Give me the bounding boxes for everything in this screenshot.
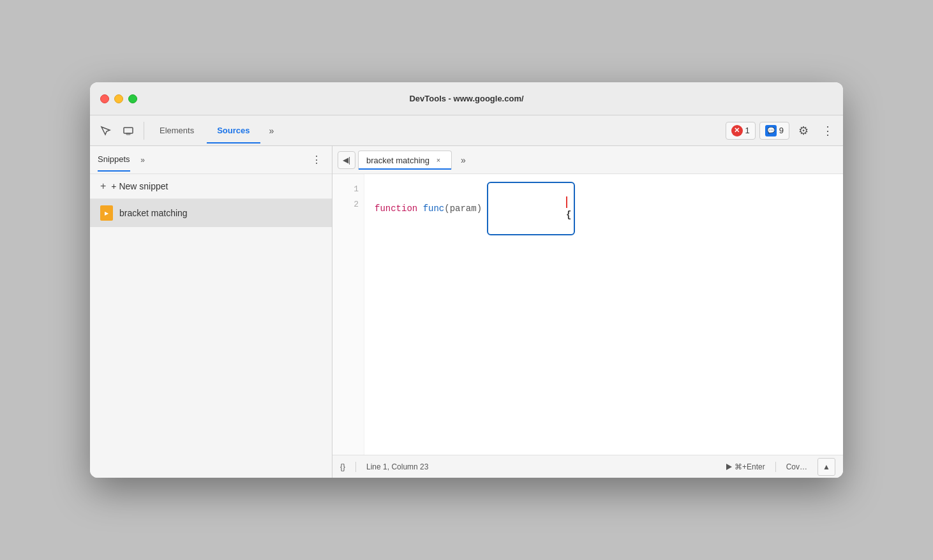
- svg-rect-0: [124, 128, 133, 133]
- editor-toggle-button[interactable]: ◀|: [338, 151, 355, 169]
- editor-tab-label: bracket matching: [366, 156, 429, 165]
- minimize-button[interactable]: [114, 94, 123, 103]
- bracket-highlight: {: [487, 182, 575, 235]
- sidebar-header: Snippets » ⋮: [90, 146, 332, 174]
- format-button[interactable]: {}: [340, 462, 345, 471]
- text-cursor: [566, 196, 567, 208]
- tab-sources[interactable]: Sources: [207, 122, 260, 139]
- device-toggle-button[interactable]: [118, 121, 138, 141]
- status-bar: {} Line 1, Column 23 ⌘+Enter Cov… ▲: [332, 455, 843, 478]
- snippet-item-bracket-matching[interactable]: bracket matching: [90, 199, 332, 227]
- line-numbers: 1 2: [332, 174, 364, 455]
- devtools-window: DevTools - www.google.com/ Elements Sour…: [90, 82, 843, 478]
- settings-button[interactable]: ⚙: [793, 121, 814, 141]
- more-tabs-button[interactable]: »: [263, 122, 281, 140]
- window-title: DevTools - www.google.com/: [409, 94, 523, 103]
- close-button[interactable]: [100, 94, 109, 103]
- error-icon: ✕: [731, 125, 743, 136]
- sidebar: Snippets » ⋮ + + New snippet bracket mat…: [90, 146, 332, 478]
- new-snippet-label: + New snippet: [111, 181, 168, 191]
- status-divider-1: [355, 462, 356, 472]
- run-icon: [726, 464, 732, 470]
- opening-brace: {: [566, 210, 571, 220]
- snippet-file-icon: [100, 205, 113, 221]
- new-snippet-button[interactable]: + + New snippet: [90, 174, 332, 199]
- svg-rect-1: [126, 133, 130, 135]
- editor-more-button[interactable]: »: [454, 151, 472, 169]
- line-number-2: 2: [338, 197, 359, 212]
- sidebar-more-button[interactable]: »: [135, 152, 151, 168]
- editor-area: ◀| bracket matching × » 1 2: [332, 146, 843, 478]
- tab-bar-divider: [144, 122, 144, 140]
- snippet-item-name: bracket matching: [119, 208, 188, 218]
- maximize-button[interactable]: [128, 94, 137, 103]
- function-name: func: [423, 201, 445, 216]
- tab-bar-right: ✕ 1 💬 9 ⚙ ⋮: [726, 121, 838, 141]
- tab-elements[interactable]: Elements: [149, 122, 204, 139]
- sidebar-title: Snippets: [98, 154, 130, 165]
- main-content: Snippets » ⋮ + + New snippet bracket mat…: [90, 146, 843, 478]
- cursor-position[interactable]: Line 1, Column 23: [366, 462, 428, 471]
- code-line-2: [375, 235, 833, 251]
- tab-bar: Elements Sources » ✕ 1 💬 9 ⚙ ⋮: [90, 115, 843, 146]
- inspect-element-button[interactable]: [95, 121, 116, 141]
- console-icon: 💬: [765, 125, 777, 136]
- console-badge[interactable]: 💬 9: [759, 122, 789, 140]
- keyword-function: function: [375, 201, 417, 216]
- code-editor[interactable]: 1 2 function func (param) {: [332, 174, 843, 455]
- title-bar: DevTools - www.google.com/: [90, 82, 843, 115]
- code-line-1: function func (param) {: [375, 182, 833, 235]
- coverage-button[interactable]: Cov…: [786, 462, 807, 471]
- run-script-button[interactable]: ⌘+Enter: [726, 462, 765, 471]
- sidebar-kebab-menu[interactable]: ⋮: [309, 152, 324, 168]
- editor-tab-close-button[interactable]: ×: [433, 155, 444, 165]
- tab-underline: [359, 168, 451, 170]
- minimap-button[interactable]: ▲: [817, 458, 835, 476]
- status-divider-2: [775, 462, 776, 472]
- plus-icon: +: [100, 181, 106, 192]
- editor-tab-bracket-matching[interactable]: bracket matching ×: [358, 151, 452, 170]
- run-shortcut-label: ⌘+Enter: [735, 462, 765, 471]
- error-badge[interactable]: ✕ 1: [726, 122, 756, 140]
- function-params: (param): [444, 201, 482, 216]
- code-content[interactable]: function func (param) {: [364, 174, 843, 455]
- traffic-lights: [100, 94, 137, 103]
- more-menu-button[interactable]: ⋮: [817, 121, 838, 141]
- editor-tabs: ◀| bracket matching × »: [332, 146, 843, 174]
- line-number-1: 1: [338, 182, 359, 197]
